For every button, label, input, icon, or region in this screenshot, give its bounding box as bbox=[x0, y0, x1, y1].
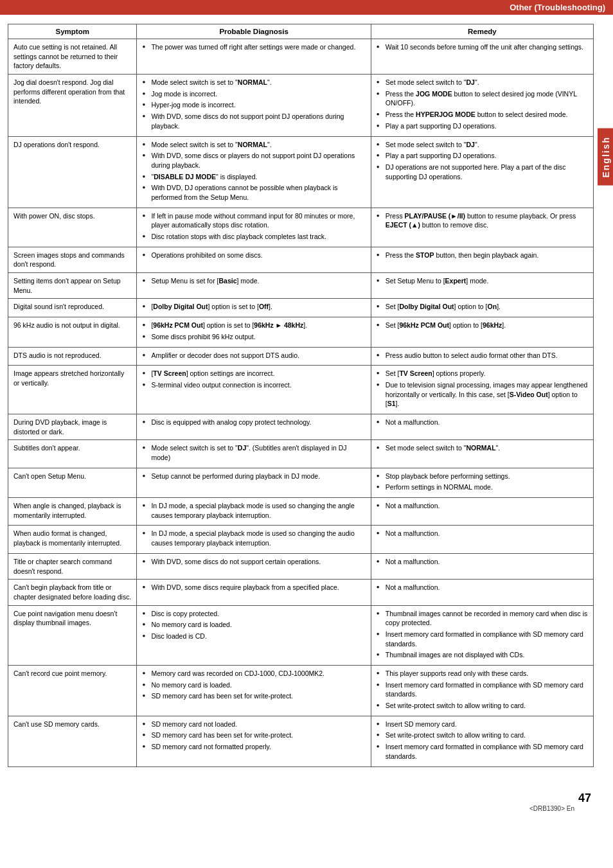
diagnosis-item: SD memory card not loaded. bbox=[142, 720, 365, 729]
diagnosis-item: [Dolby Digital Out] option is set to [Of… bbox=[142, 302, 365, 312]
diagnosis-item: Hyper-jog mode is incorrect. bbox=[142, 100, 365, 110]
table-row: DJ operations don't respond.Mode select … bbox=[8, 136, 594, 208]
symptom-cell: Can't record cue point memory. bbox=[8, 666, 137, 716]
diagnosis-cell: Mode select switch is set to "NORMAL".Wi… bbox=[137, 136, 371, 208]
model-ref: <DRB1390> En bbox=[0, 805, 594, 812]
diagnosis-item: In DJ mode, a special playback mode is u… bbox=[142, 501, 365, 520]
diagnosis-item: SD memory card not formatted properly. bbox=[142, 742, 365, 752]
diagnosis-item: Disc is equipped with analog copy protec… bbox=[142, 418, 365, 427]
diagnosis-item: With DVD, some discs or players do not s… bbox=[142, 151, 365, 170]
remedy-cell: Set mode select switch to "NORMAL". bbox=[371, 440, 593, 468]
remedy-cell: Not a malfunction. bbox=[371, 498, 593, 526]
table-row: 96 kHz audio is not output in digital.[9… bbox=[8, 317, 594, 347]
diagnosis-item: Setup Menu is set for [Basic] mode. bbox=[142, 276, 365, 286]
remedy-item: Not a malfunction. bbox=[377, 583, 588, 592]
remedy-item: Due to television signal processing, ima… bbox=[377, 380, 588, 409]
remedy-cell: Set [Dolby Digital Out] option to [On]. bbox=[371, 299, 593, 317]
diagnosis-item: Jog mode is incorrect. bbox=[142, 89, 365, 99]
diagnosis-cell: In DJ mode, a special playback mode is u… bbox=[137, 526, 371, 553]
diagnosis-cell: [96kHz PCM Out] option is set to [96kHz … bbox=[137, 317, 371, 347]
remedy-cell: Wait 10 seconds before turning off the u… bbox=[371, 39, 593, 75]
remedy-item: Set mode select switch to "NORMAL". bbox=[377, 443, 588, 453]
remedy-cell: Not a malfunction. bbox=[371, 414, 593, 439]
diagnosis-cell: In DJ mode, a special playback mode is u… bbox=[137, 498, 371, 526]
symptom-cell: Auto cue setting is not retained. All se… bbox=[8, 39, 137, 75]
remedy-cell: Not a malfunction. bbox=[371, 553, 593, 579]
table-row: Digital sound isn't reproduced.[Dolby Di… bbox=[8, 299, 594, 317]
remedy-item: Insert memory card formatted in complian… bbox=[377, 680, 588, 699]
diagnosis-cell: SD memory card not loaded.SD memory card… bbox=[137, 716, 371, 766]
remedy-item: Stop playback before performing settings… bbox=[377, 472, 588, 481]
symptom-cell: Setting items don't appear on Setup Menu… bbox=[8, 273, 137, 299]
remedy-cell: Set [96kHz PCM Out] option to [96kHz]. bbox=[371, 317, 593, 347]
diagnosis-cell: The power was turned off right after set… bbox=[137, 39, 371, 75]
diagnosis-item: With DVD, some discs require playback fr… bbox=[142, 583, 365, 592]
remedy-item: Wait 10 seconds before turning off the u… bbox=[377, 42, 588, 52]
remedy-cell: Press the STOP button, then begin playba… bbox=[371, 247, 593, 272]
remedy-item: Press the STOP button, then begin playba… bbox=[377, 251, 588, 260]
diagnosis-item: Memory card was recorded on CDJ-1000, CD… bbox=[142, 669, 365, 678]
symptom-cell: When audio format is changed, playback i… bbox=[8, 526, 137, 553]
symptom-cell: Can't use SD memory cards. bbox=[8, 716, 137, 766]
remedy-item: Set mode select switch to "DJ". bbox=[377, 140, 588, 150]
remedy-item: Set [96kHz PCM Out] option to [96kHz]. bbox=[377, 321, 588, 330]
diagnosis-item: Setup cannot be performed during playbac… bbox=[142, 472, 365, 481]
table-row: Screen images stops and commands don't r… bbox=[8, 247, 594, 272]
table-row: DTS audio is not reproduced.Amplifier or… bbox=[8, 347, 594, 366]
page-footer: 47 <DRB1390> En bbox=[0, 786, 613, 815]
table-row: Can't use SD memory cards.SD memory card… bbox=[8, 716, 594, 766]
diagnosis-item: S-terminal video output connection is in… bbox=[142, 380, 365, 390]
diagnosis-cell: Setup Menu is set for [Basic] mode. bbox=[137, 273, 371, 299]
remedy-item: Insert memory card formatted in complian… bbox=[377, 630, 588, 648]
remedy-item: Press PLAY/PAUSE (►/II) button to resume… bbox=[377, 211, 588, 230]
remedy-item: Thumbnail images are not displayed with … bbox=[377, 650, 588, 660]
symptom-cell: Image appears stretched horizontally or … bbox=[8, 366, 137, 414]
troubleshooting-table: Symptom Probable Diagnosis Remedy Auto c… bbox=[8, 24, 594, 767]
remedy-item: Press the HYPERJOG MODE button to select… bbox=[377, 110, 588, 120]
diagnosis-cell: Disc is equipped with analog copy protec… bbox=[137, 414, 371, 439]
diagnosis-cell: Operations prohibited on some discs. bbox=[137, 247, 371, 272]
col-header-symptom: Symptom bbox=[8, 24, 137, 39]
header-title: Other (Troubleshooting) bbox=[510, 3, 605, 12]
table-row: Setting items don't appear on Setup Menu… bbox=[8, 273, 594, 299]
remedy-item: Insert memory card formatted in complian… bbox=[377, 742, 588, 761]
table-row: Title or chapter search command doesn't … bbox=[8, 553, 594, 579]
table-row: Jog dial doesn't respond. Jog dial perfo… bbox=[8, 75, 594, 136]
diagnosis-cell: [TV Screen] option settings are incorrec… bbox=[137, 366, 371, 414]
diagnosis-item: Mode select switch is set to "NORMAL". bbox=[142, 78, 365, 87]
remedy-item: Not a malfunction. bbox=[377, 557, 588, 567]
remedy-item: Set write-protect switch to allow writin… bbox=[377, 731, 588, 740]
remedy-cell: Not a malfunction. bbox=[371, 526, 593, 553]
diagnosis-item: If left in pause mode without command in… bbox=[142, 211, 365, 230]
remedy-cell: Insert SD memory card.Set write-protect … bbox=[371, 716, 593, 766]
remedy-cell: Not a malfunction. bbox=[371, 580, 593, 605]
remedy-cell: Set mode select switch to "DJ".Play a pa… bbox=[371, 136, 593, 208]
diagnosis-item: "DISABLE DJ MODE" is displayed. bbox=[142, 172, 365, 182]
diagnosis-item: Disc loaded is CD. bbox=[142, 632, 365, 641]
table-row: Auto cue setting is not retained. All se… bbox=[8, 39, 594, 75]
diagnosis-item: With DVD, some discs do not support cert… bbox=[142, 557, 365, 567]
diagnosis-item: [TV Screen] option settings are incorrec… bbox=[142, 369, 365, 378]
remedy-cell: Set mode select switch to "DJ".Press the… bbox=[371, 75, 593, 136]
diagnosis-cell: Setup cannot be performed during playbac… bbox=[137, 468, 371, 497]
table-row: When angle is changed, playback is momen… bbox=[8, 498, 594, 526]
main-content: Symptom Probable Diagnosis Remedy Auto c… bbox=[0, 15, 613, 786]
remedy-item: Thumbnail images cannot be recorded in m… bbox=[377, 609, 588, 628]
remedy-item: Set write-protect switch to allow writin… bbox=[377, 701, 588, 711]
diagnosis-item: No memory card is loaded. bbox=[142, 680, 365, 690]
remedy-cell: Stop playback before performing settings… bbox=[371, 468, 593, 497]
diagnosis-cell: With DVD, some discs do not support cert… bbox=[137, 553, 371, 579]
diagnosis-item: In DJ mode, a special playback mode is u… bbox=[142, 529, 365, 547]
remedy-item: Not a malfunction. bbox=[377, 501, 588, 511]
symptom-cell: Cue point navigation menu doesn't displa… bbox=[8, 605, 137, 665]
diagnosis-item: Mode select switch is set to "DJ". (Subt… bbox=[142, 443, 365, 462]
remedy-item: This player supports read only with thes… bbox=[377, 669, 588, 678]
diagnosis-item: Operations prohibited on some discs. bbox=[142, 251, 365, 260]
symptom-cell: With power ON, disc stops. bbox=[8, 208, 137, 247]
col-header-diagnosis: Probable Diagnosis bbox=[137, 24, 371, 39]
diagnosis-cell: [Dolby Digital Out] option is set to [Of… bbox=[137, 299, 371, 317]
diagnosis-cell: With DVD, some discs require playback fr… bbox=[137, 580, 371, 605]
diagnosis-cell: Mode select switch is set to "NORMAL".Jo… bbox=[137, 75, 371, 136]
symptom-cell: Screen images stops and commands don't r… bbox=[8, 247, 137, 272]
table-row: Can't record cue point memory.Memory car… bbox=[8, 666, 594, 716]
